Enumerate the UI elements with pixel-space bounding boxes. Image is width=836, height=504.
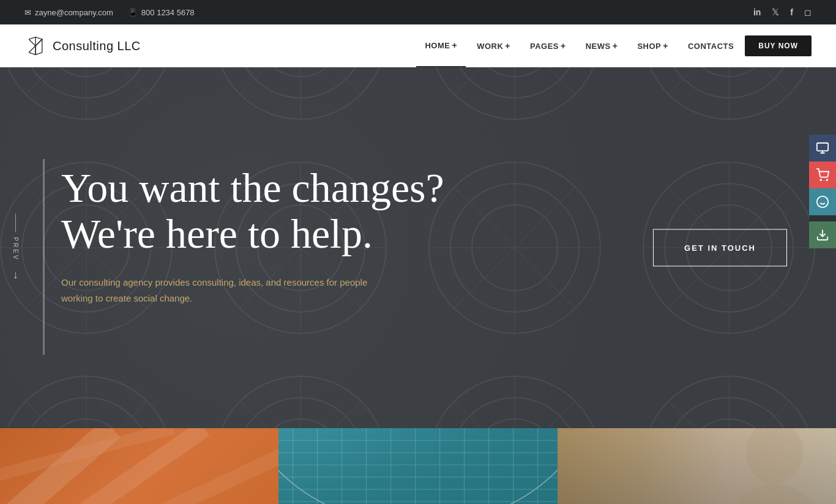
get-in-touch-button[interactable]: GET IN TOUCH <box>653 229 787 267</box>
logo-icon <box>24 35 47 57</box>
prev-label: PREV <box>12 237 19 261</box>
phone-number: 800 1234 5678 <box>141 8 195 17</box>
nav-home[interactable]: HOME + <box>416 24 466 67</box>
sidebar-divider <box>809 215 836 221</box>
hero-section: PREV ↓ You want the changes? We're here … <box>0 67 836 428</box>
card-3-person-silhouette <box>558 428 836 504</box>
svg-point-32 <box>817 196 828 207</box>
hero-content: You want the changes? We're here to help… <box>0 116 444 380</box>
nav-links: HOME + WORK + PAGES + NEWS + SHOP + CONT… <box>416 24 812 67</box>
download-icon <box>816 228 829 242</box>
svg-point-25 <box>278 428 557 504</box>
down-arrow-icon: ↓ <box>13 269 18 282</box>
card-cocreation[interactable]: Co-creation of great experiences <box>278 428 557 504</box>
svg-point-30 <box>820 179 821 180</box>
nav-news[interactable]: NEWS + <box>577 24 627 67</box>
facebook-icon[interactable]: f <box>790 7 793 17</box>
svg-rect-27 <box>817 143 828 151</box>
logo[interactable]: Consulting LLC <box>24 35 141 57</box>
nav-contacts[interactable]: CONTACTS <box>679 24 742 67</box>
nav-pages[interactable]: PAGES + <box>521 24 575 67</box>
svg-rect-4 <box>278 428 557 504</box>
cards-section: Consulting linked to implementation <box>0 428 836 504</box>
mask-icon <box>816 195 829 209</box>
right-sidebar <box>809 135 836 248</box>
hero-title-line1: You want the changes? <box>61 165 444 211</box>
instagram-icon[interactable]: ◻ <box>804 7 812 17</box>
svg-point-26 <box>746 428 803 484</box>
card-consulting[interactable]: Consulting linked to implementation <box>0 428 278 504</box>
logo-text: Consulting LLC <box>53 39 141 53</box>
svg-point-31 <box>826 179 827 180</box>
prev-line <box>15 213 16 232</box>
hero-cta-area: GET IN TOUCH <box>653 229 787 267</box>
twitter-icon[interactable]: 𝕏 <box>772 7 779 18</box>
cart-icon <box>816 168 829 182</box>
email-contact: ✉ zayne@company.com <box>24 8 113 17</box>
card-1-pattern <box>0 428 278 504</box>
buy-now-button[interactable]: BUY NOW <box>745 35 812 56</box>
mask-sidebar-button[interactable] <box>809 188 836 215</box>
card-expertise[interactable]: Unmatched cognitive expertise <box>558 428 836 504</box>
nav-work[interactable]: WORK + <box>468 24 519 67</box>
phone-contact: 📱 800 1234 5678 <box>128 8 195 17</box>
hero-title-line2: We're here to help. <box>61 210 373 257</box>
monitor-sidebar-button[interactable] <box>809 135 836 161</box>
hero-prev-nav[interactable]: PREV ↓ <box>12 213 19 281</box>
email-icon: ✉ <box>24 8 31 17</box>
social-links: in 𝕏 f ◻ <box>753 7 812 18</box>
nav-shop[interactable]: SHOP + <box>629 24 677 67</box>
phone-icon: 📱 <box>128 8 138 17</box>
cart-sidebar-button[interactable] <box>809 161 836 188</box>
topbar-contacts: ✉ zayne@company.com 📱 800 1234 5678 <box>24 8 195 17</box>
linkedin-icon[interactable]: in <box>753 7 761 17</box>
topbar: ✉ zayne@company.com 📱 800 1234 5678 in 𝕏… <box>0 0 836 24</box>
email-address: zayne@company.com <box>35 8 113 17</box>
navbar: Consulting LLC HOME + WORK + PAGES + NEW… <box>0 24 836 67</box>
monitor-icon <box>816 141 829 155</box>
hero-subtitle: Our consulting agency provides consultin… <box>61 275 379 306</box>
hero-title: You want the changes? We're here to help… <box>61 165 444 257</box>
card-2-building-pattern <box>278 428 557 504</box>
download-sidebar-button[interactable] <box>809 221 836 248</box>
